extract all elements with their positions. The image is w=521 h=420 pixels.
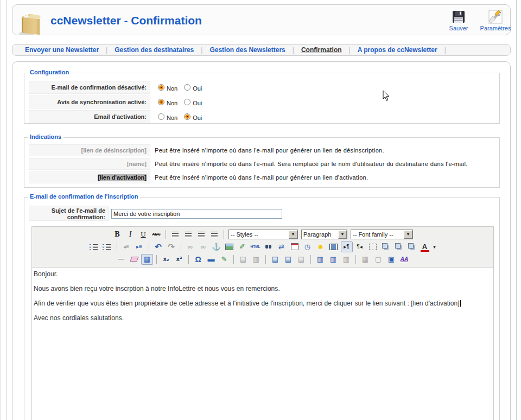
image-icon[interactable]	[224, 241, 236, 252]
special-char-icon[interactable]: Ω	[192, 254, 204, 265]
subject-input[interactable]	[111, 209, 282, 219]
align-center-icon[interactable]	[182, 229, 194, 240]
remove-format-icon[interactable]	[128, 254, 140, 265]
config-row: Email d'activation:NonOui	[29, 110, 499, 123]
radio-non-selected[interactable]	[158, 84, 164, 91]
text-color-dropdown-icon[interactable]: ▾	[432, 241, 437, 252]
fontfamily-select[interactable]: -- Font family --▼	[351, 230, 413, 239]
indication-token-text: [lien de désinscription]	[81, 147, 147, 154]
fontfamily-select-arrow: ▼	[404, 230, 412, 239]
tab-gestion-des-destinataires[interactable]: Gestion des destinataires	[107, 46, 201, 54]
visual-aid-icon[interactable]: ▣	[385, 254, 397, 265]
align-justify-icon[interactable]	[208, 229, 220, 240]
radio-non-selected[interactable]	[158, 99, 164, 105]
confirmation-email-group: E-mail de confirmation de l'inscription …	[24, 197, 500, 420]
underline-icon[interactable]: U	[137, 229, 149, 240]
find-replace-icon[interactable]: ⇄	[276, 241, 288, 252]
horizontal-rule-icon[interactable]	[115, 254, 127, 265]
toolbar-separator	[117, 243, 117, 251]
insert-row-after-icon[interactable]: ▤	[282, 254, 294, 265]
table-row-properties-icon[interactable]: ▤	[237, 254, 249, 265]
insert-col-before-icon[interactable]: ▥	[314, 254, 326, 265]
insert-media-icon[interactable]	[328, 241, 340, 252]
config-row: E-mail de confirmation désactivé:NonOui	[29, 81, 499, 94]
find-icon[interactable]	[263, 241, 275, 252]
fullscreen-icon[interactable]	[367, 241, 379, 252]
subscript-icon[interactable]: x₂	[160, 254, 172, 265]
insert-template-icon[interactable]: ✎	[218, 254, 230, 265]
italic-icon[interactable]: I	[124, 229, 136, 240]
unlink-icon[interactable]: ∞	[198, 241, 209, 252]
align-right-icon[interactable]	[195, 229, 207, 240]
save-button[interactable]: Sauver	[439, 10, 478, 31]
editor-toolbar: BIUABC-- Styles --▼Paragraph▼-- Font fam…	[31, 226, 494, 268]
text-color-icon[interactable]: A	[419, 241, 431, 252]
split-cells-icon[interactable]: ▦	[359, 254, 371, 265]
insert-time-icon[interactable]: ◷	[302, 241, 314, 252]
right-border	[516, 0, 517, 420]
settings-button[interactable]: Paramètres	[476, 10, 515, 31]
superscript-icon[interactable]: x²	[173, 254, 185, 265]
paragraph-select[interactable]: Paragraph▼	[301, 230, 347, 239]
editor-paragraph: Nous avons bien reçu votre inscrption à …	[34, 285, 493, 293]
radio-non[interactable]	[158, 113, 164, 120]
move-backward-icon[interactable]	[393, 241, 405, 252]
undo-icon[interactable]: ↶	[153, 241, 164, 252]
insert-layer-icon[interactable]	[406, 241, 418, 252]
radio-label: Oui	[193, 85, 202, 92]
strikethrough-icon[interactable]: ABC	[150, 229, 162, 240]
tab-a-propos-de-ccnewsletter[interactable]: A propos de ccNewsletter	[351, 46, 444, 54]
radio-oui-selected[interactable]	[184, 113, 190, 120]
link-icon[interactable]: ∞	[185, 241, 196, 252]
editor-body[interactable]: Bonjour.Nous avons bien reçu votre inscr…	[31, 268, 494, 420]
table-cell-properties-icon[interactable]: ▥	[250, 254, 262, 265]
indication-token: [lien de désinscription]	[29, 144, 150, 156]
left-inner-border	[7, 0, 7, 420]
toolbar-row-2: ◂≡▸≡↶↷∞∞⚓✐HTML⇄◷☻▸¶¶◂A▾	[32, 240, 493, 253]
editor-paragraph: Avec nos cordiales salutations.	[34, 314, 493, 322]
insert-date-icon[interactable]	[289, 241, 301, 252]
config-radio-group: NonOui	[158, 99, 208, 105]
styles-select[interactable]: -- Styles --▼	[228, 230, 298, 239]
insert-row-before-icon[interactable]: ▤	[269, 254, 281, 265]
anchor-icon[interactable]: ⚓	[211, 241, 223, 252]
radio-oui[interactable]	[184, 99, 190, 105]
rtl-icon[interactable]: ¶◂	[354, 241, 366, 252]
toolbar-separator	[233, 255, 234, 264]
ltr-icon[interactable]: ▸¶	[341, 241, 353, 252]
config-row: Avis de synchronisation activé:NonOui	[29, 96, 499, 109]
redo-icon[interactable]: ↷	[166, 241, 177, 252]
settings-label: Paramètres	[476, 25, 515, 31]
delete-row-icon[interactable]: ▤	[295, 254, 307, 265]
tab-envoyer-une-newsletter[interactable]: Envoyer une Newsletter	[18, 46, 106, 54]
merge-cells-icon[interactable]: ▢	[372, 254, 384, 265]
cleanup-icon[interactable]: ✐	[237, 241, 249, 252]
align-left-icon[interactable]	[169, 229, 181, 240]
toolbar-separator	[149, 243, 149, 251]
rich-text-editor: BIUABC-- Styles --▼Paragraph▼-- Font fam…	[31, 226, 494, 420]
html-source-icon[interactable]: HTML	[250, 241, 262, 252]
page-title: ccNewsletter - Confirmation	[50, 14, 202, 27]
config-row-label: Avis de synchronisation activé:	[29, 96, 150, 109]
bullet-list-icon[interactable]	[88, 241, 100, 252]
numbered-list-icon[interactable]	[101, 241, 113, 252]
outdent-icon[interactable]: ◂≡	[120, 241, 132, 252]
radio-oui[interactable]	[184, 84, 190, 91]
tab-gestion-des-newsletters[interactable]: Gestion des Newsletters	[202, 46, 292, 54]
confirmation-email-legend: E-mail de confirmation de l'inscription	[28, 193, 140, 200]
delete-col-icon[interactable]: ▥	[340, 254, 352, 265]
insert-col-after-icon[interactable]: ▥	[327, 254, 339, 265]
toolbar-separator	[355, 255, 356, 264]
move-forward-icon[interactable]	[380, 241, 392, 252]
tools-icon	[488, 10, 503, 24]
toolbar-separator	[166, 230, 166, 239]
indent-icon[interactable]: ▸≡	[134, 241, 145, 252]
emoticon-icon[interactable]: ☻	[315, 241, 327, 252]
attributes-icon[interactable]: AA	[398, 254, 410, 265]
tab-confirmation[interactable]: Confirmation	[294, 46, 349, 54]
floppy-disk-icon	[452, 10, 466, 24]
advanced-hr-icon[interactable]: ▬	[205, 254, 217, 265]
bold-icon[interactable]: B	[111, 229, 123, 240]
insert-table-icon[interactable]: ▦	[141, 254, 153, 265]
config-row-label: Email d'activation:	[29, 110, 150, 123]
